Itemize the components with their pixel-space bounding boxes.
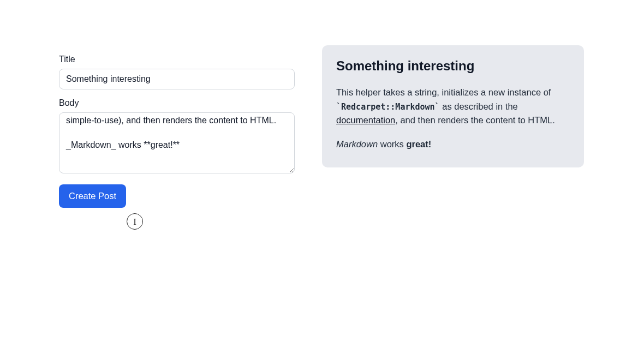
text-cursor-icon: I bbox=[127, 213, 143, 230]
preview-p1-code: `Redcarpet::Markdown` bbox=[336, 102, 440, 112]
body-group: Body bbox=[59, 98, 295, 176]
title-label: Title bbox=[59, 55, 295, 64]
preview-p1-mid: as described in the bbox=[440, 101, 518, 111]
preview-paragraph-2: Markdown works great! bbox=[336, 137, 570, 152]
preview-p2-em: Markdown bbox=[336, 139, 378, 149]
body-textarea[interactable] bbox=[59, 112, 295, 173]
preview-paragraph-1: This helper takes a string, initializes … bbox=[336, 86, 570, 128]
post-form: Title Body Create Post I bbox=[59, 55, 295, 208]
documentation-link[interactable]: documentation bbox=[336, 115, 395, 125]
preview-p2-mid: works bbox=[378, 139, 406, 149]
body-label: Body bbox=[59, 98, 295, 108]
create-post-button[interactable]: Create Post bbox=[59, 184, 126, 208]
title-group: Title bbox=[59, 55, 295, 89]
preview-p1-suffix: , and then renders the content to HTML. bbox=[395, 115, 555, 125]
preview-body: This helper takes a string, initializes … bbox=[336, 86, 570, 151]
preview-title: Something interesting bbox=[336, 58, 570, 74]
preview-p1-prefix: This helper takes a string, initializes … bbox=[336, 87, 551, 97]
title-input[interactable] bbox=[59, 69, 295, 89]
preview-card: Something interesting This helper takes … bbox=[322, 45, 584, 167]
preview-panel: Something interesting This helper takes … bbox=[322, 45, 584, 208]
preview-p2-strong: great! bbox=[406, 139, 431, 149]
